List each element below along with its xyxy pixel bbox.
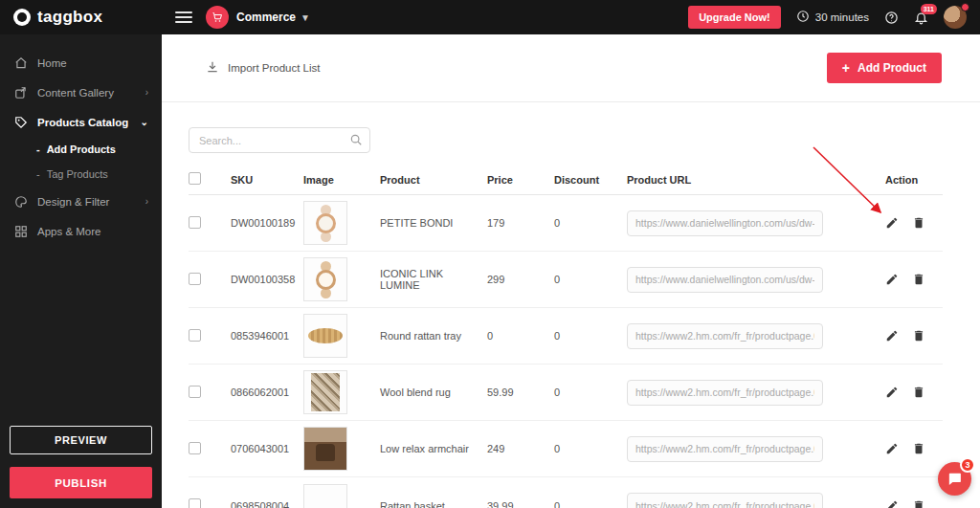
edit-icon[interactable] [885, 273, 899, 286]
product-url-input[interactable] [627, 267, 823, 293]
commerce-cart-icon[interactable] [206, 6, 229, 29]
product-image [303, 370, 347, 414]
brand-logo[interactable]: taggbox [0, 0, 162, 34]
taggbox-logo-icon [13, 9, 31, 26]
upgrade-button[interactable]: Upgrade Now! [688, 6, 781, 29]
chevron-down-icon: ▼ [301, 12, 310, 23]
avatar-notification-dot [961, 3, 969, 11]
chevron-right-icon: › [145, 87, 148, 98]
user-avatar[interactable] [944, 6, 967, 29]
row-checkbox[interactable] [189, 273, 201, 285]
sidebar: Home Content Gallery › Products Catalog … [0, 34, 162, 508]
product-url-input[interactable] [627, 436, 823, 462]
header-image: Image [303, 174, 380, 186]
search-input[interactable] [189, 127, 370, 153]
help-icon[interactable] [884, 11, 899, 25]
table-row: 0698508004 Rattan basket 39.99 0 [189, 477, 943, 508]
chat-widget-button[interactable]: 3 [938, 462, 971, 496]
timer-text: 30 minutes [815, 11, 869, 23]
product-url-input[interactable] [627, 380, 823, 406]
topbar: taggbox Commerce ▼ Upgrade Now! 30 minut… [0, 0, 980, 34]
sidebar-subitem-tag-products[interactable]: Tag Products [0, 162, 162, 187]
delete-icon[interactable] [912, 216, 925, 230]
delete-icon[interactable] [912, 499, 925, 508]
sidebar-item-label: Design & Filter [37, 196, 136, 208]
search-icon [349, 133, 363, 150]
sidebar-item-products-catalog[interactable]: Products Catalog ⌄ [0, 107, 162, 137]
import-label: Import Product List [228, 62, 321, 74]
table-header-row: SKU Image Product Price Discount Product… [189, 165, 943, 195]
delete-icon[interactable] [912, 273, 925, 286]
product-url-input[interactable] [627, 323, 823, 349]
product-image [303, 201, 347, 245]
edit-icon[interactable] [885, 329, 899, 342]
header-price: Price [487, 174, 554, 186]
table-body: DW00100189 PETITE BONDI 179 0 DW00100358… [189, 195, 943, 508]
product-name-cell: ICONIC LINK LUMINE [380, 268, 487, 291]
search-box [189, 127, 370, 153]
clock-icon [796, 10, 810, 25]
header-action: Action [885, 174, 943, 186]
product-url-input[interactable] [627, 493, 823, 508]
add-product-button[interactable]: + Add Product [827, 53, 942, 83]
delete-icon[interactable] [912, 386, 925, 399]
product-name-cell: Rattan basket [380, 500, 487, 508]
sidebar-item-label: Products Catalog [37, 117, 131, 128]
discount-cell: 0 [554, 500, 627, 508]
header-discount: Discount [554, 174, 627, 186]
publish-button[interactable]: PUBLISH [10, 467, 152, 498]
chat-badge: 3 [960, 457, 975, 473]
edit-icon[interactable] [885, 216, 899, 230]
workspace-name: Commerce [236, 11, 296, 24]
discount-cell: 0 [554, 274, 627, 285]
sidebar-item-home[interactable]: Home [0, 48, 162, 77]
workspace-switcher[interactable]: Commerce ▼ [236, 11, 310, 24]
preview-button[interactable]: PREVIEW [10, 426, 152, 454]
header-product-url: Product URL [627, 174, 833, 186]
chevron-right-icon: › [145, 196, 148, 207]
delete-icon[interactable] [912, 329, 925, 342]
sidebar-item-label: Home [37, 57, 148, 69]
delete-icon[interactable] [912, 442, 925, 455]
sidebar-item-label: Apps & More [37, 226, 148, 237]
sidebar-item-content-gallery[interactable]: Content Gallery › [0, 77, 162, 107]
apps-grid-icon [13, 224, 28, 238]
import-product-list-button[interactable]: Import Product List [206, 60, 321, 76]
notifications-bell-icon[interactable]: 311 [914, 11, 928, 25]
sidebar-item-design-filter[interactable]: Design & Filter › [0, 187, 162, 216]
product-image [303, 484, 347, 508]
trial-timer: 30 minutes [796, 10, 869, 25]
price-cell: 39.99 [487, 500, 554, 508]
row-checkbox[interactable] [189, 329, 201, 342]
select-all-checkbox[interactable] [189, 172, 201, 185]
add-product-label: Add Product [858, 61, 926, 75]
product-image [303, 257, 347, 301]
download-icon [206, 60, 219, 76]
sidebar-subitem-add-products[interactable]: Add Products [0, 137, 162, 162]
price-cell: 0 [487, 330, 554, 342]
menu-toggle-icon[interactable] [175, 11, 192, 23]
row-checkbox[interactable] [189, 498, 201, 508]
discount-cell: 0 [554, 217, 627, 229]
product-url-input[interactable] [627, 210, 823, 236]
table-row: DW00100358 ICONIC LINK LUMINE 299 0 [189, 252, 943, 308]
product-name-cell: PETITE BONDI [380, 217, 487, 229]
discount-cell: 0 [554, 330, 627, 342]
row-checkbox[interactable] [189, 386, 201, 398]
row-checkbox[interactable] [189, 216, 201, 229]
product-image [303, 427, 347, 471]
edit-icon[interactable] [885, 499, 899, 508]
price-cell: 59.99 [487, 387, 554, 398]
sku-cell: DW00100189 [231, 217, 303, 229]
edit-icon[interactable] [885, 386, 899, 399]
sidebar-item-apps-more[interactable]: Apps & More [0, 216, 162, 246]
row-checkbox[interactable] [189, 442, 201, 454]
edit-icon[interactable] [885, 442, 899, 455]
products-table: SKU Image Product Price Discount Product… [189, 165, 943, 508]
price-cell: 299 [487, 274, 554, 285]
home-icon [13, 55, 28, 70]
sidebar-item-label: Content Gallery [37, 87, 136, 99]
product-name-cell: Wool blend rug [380, 387, 487, 398]
gallery-icon [13, 85, 28, 99]
table-row: 0706043001 Low relax armchair 249 0 [189, 421, 943, 477]
